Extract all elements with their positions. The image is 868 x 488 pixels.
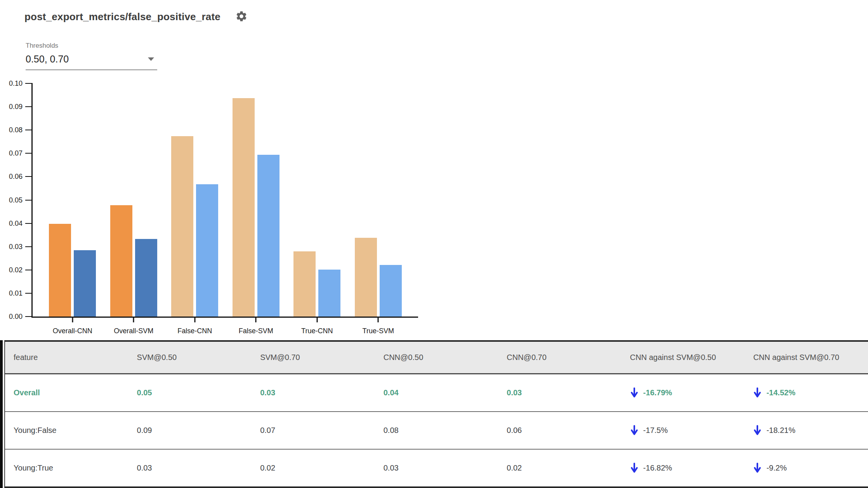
table-row-overall: Overall 0.05 0.03 0.04 0.03 -16.79% -14.… (5, 374, 868, 411)
column-header-cnn-vs-svm-070: CNN against SVM@0.70 (745, 353, 868, 362)
y-tick-label: 0.10 (1, 80, 23, 87)
y-tick-label: 0.05 (1, 196, 23, 204)
thresholds-value: 0.50, 0.70 (26, 54, 69, 65)
bar-false-cnn-threshold-0.50 (171, 136, 193, 317)
comparison-cell: -9.2% (745, 462, 868, 474)
y-tick-label: 0.01 (1, 289, 23, 297)
bar-true-svm-threshold-0.50 (355, 238, 377, 317)
bar-false-svm-threshold-0.50 (233, 98, 255, 317)
comparison-cell: -16.79% (621, 387, 745, 398)
column-header-feature: feature (5, 353, 128, 362)
comparison-cell: -14.52% (745, 387, 868, 398)
feature-name: Young:False (5, 426, 128, 435)
comparison-value: -18.21% (766, 426, 795, 435)
y-axis-tick (25, 130, 33, 130)
column-header-cnn-070: CNN@0.70 (498, 353, 621, 362)
table-header-row: feature SVM@0.50 SVM@0.70 CNN@0.50 CNN@0… (5, 342, 868, 374)
x-axis-tick (316, 318, 318, 322)
x-tick-label: True-SVM (363, 327, 394, 335)
bar-group-overall-svm: Overall-SVM (103, 83, 165, 317)
y-axis-tick (25, 83, 33, 84)
thresholds-label: Thresholds (26, 42, 157, 50)
comparison-value: -14.52% (766, 388, 795, 397)
down-arrow-icon (630, 462, 639, 474)
bar-group-true-svm: True-SVM (348, 83, 409, 317)
y-axis-tick (25, 176, 33, 177)
metric-value: 0.04 (375, 388, 498, 397)
down-arrow-icon (753, 462, 762, 474)
metrics-table: feature SVM@0.50 SVM@0.70 CNN@0.50 CNN@0… (4, 340, 868, 488)
gear-icon (235, 18, 248, 24)
y-axis-tick (25, 200, 33, 201)
metric-value: 0.02 (498, 464, 621, 472)
dropdown-caret-icon (148, 57, 154, 61)
y-axis-tick (25, 153, 33, 154)
x-tick-label: False-CNN (177, 327, 212, 335)
feature-name: Overall (5, 388, 128, 397)
bar-false-svm-threshold-0.70 (257, 155, 279, 317)
comparison-value: -9.2% (766, 464, 786, 472)
metric-value: 0.03 (252, 388, 375, 397)
comparison-value: -17.5% (643, 426, 668, 435)
comparison-cell: -17.5% (621, 425, 745, 436)
metric-value: 0.02 (252, 464, 375, 472)
thresholds-dropdown[interactable]: Thresholds 0.50, 0.70 (26, 42, 157, 70)
feature-name: Young:True (5, 464, 128, 472)
x-tick-label: False-SVM (239, 327, 273, 335)
metric-value: 0.06 (498, 426, 621, 435)
bar-true-cnn-threshold-0.70 (318, 270, 340, 317)
x-tick-label: Overall-SVM (114, 327, 153, 335)
metric-value: 0.03 (498, 388, 621, 397)
down-arrow-icon (753, 387, 762, 398)
x-axis-tick (133, 318, 134, 322)
bar-overall-cnn-threshold-0.50 (49, 224, 71, 317)
y-axis-tick (25, 316, 33, 317)
metric-value: 0.03 (375, 464, 498, 472)
x-tick-label: True-CNN (301, 327, 333, 335)
x-axis-tick (72, 318, 73, 322)
bar-overall-svm-threshold-0.70 (135, 239, 157, 317)
table-row-young-true: Young:True 0.03 0.02 0.03 0.02 -16.82% -… (5, 449, 868, 486)
comparison-value: -16.79% (643, 388, 672, 397)
down-arrow-icon (630, 425, 639, 436)
bar-chart: Overall-CNNOverall-SVMFalse-CNNFalse-SVM… (31, 83, 418, 318)
comparison-cell: -18.21% (745, 425, 868, 436)
down-arrow-icon (630, 387, 639, 398)
metric-value: 0.09 (128, 426, 252, 435)
chart-groups: Overall-CNNOverall-SVMFalse-CNNFalse-SVM… (33, 83, 418, 317)
metric-value: 0.05 (128, 388, 252, 397)
x-axis-tick (255, 318, 257, 322)
comparison-cell: -16.82% (621, 462, 745, 474)
y-tick-label: 0.00 (1, 313, 23, 320)
bar-true-svm-threshold-0.70 (380, 265, 402, 317)
metric-value: 0.07 (252, 426, 375, 435)
bar-group-false-svm: False-SVM (226, 83, 287, 317)
y-tick-label: 0.03 (1, 243, 23, 251)
y-axis-tick (25, 246, 33, 247)
y-tick-label: 0.07 (1, 149, 23, 157)
x-axis-tick (194, 318, 195, 322)
table-left-edge (0, 340, 3, 488)
settings-button[interactable] (235, 10, 248, 22)
y-tick-label: 0.02 (1, 266, 23, 274)
bar-group-overall-cnn: Overall-CNN (42, 83, 103, 317)
table-row-young-false: Young:False 0.09 0.07 0.08 0.06 -17.5% -… (5, 411, 868, 449)
page-title: post_export_metrics/false_positive_rate (24, 11, 220, 23)
y-axis-tick (25, 293, 33, 294)
y-axis-tick (25, 270, 33, 270)
column-header-svm-050: SVM@0.50 (128, 353, 252, 362)
column-header-cnn-050: CNN@0.50 (375, 353, 498, 362)
bar-true-cnn-threshold-0.50 (293, 251, 316, 317)
bar-group-true-cnn: True-CNN (286, 83, 348, 317)
bar-false-cnn-threshold-0.70 (196, 184, 218, 317)
y-axis-tick (25, 106, 33, 107)
y-tick-label: 0.08 (1, 126, 23, 134)
bar-overall-svm-threshold-0.50 (110, 205, 132, 317)
column-header-cnn-vs-svm-050: CNN against SVM@0.50 (621, 353, 745, 362)
y-tick-label: 0.04 (1, 220, 23, 227)
metric-value: 0.08 (375, 426, 498, 435)
x-tick-label: Overall-CNN (53, 327, 92, 335)
y-tick-label: 0.06 (1, 173, 23, 180)
column-header-svm-070: SVM@0.70 (252, 353, 375, 362)
metric-value: 0.03 (128, 464, 252, 472)
